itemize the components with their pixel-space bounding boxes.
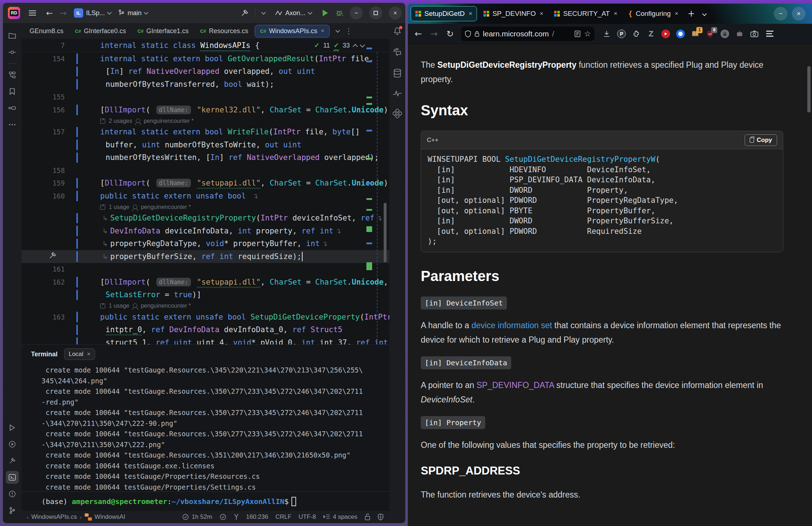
close-icon[interactable]: × [675, 10, 678, 17]
robot-extension-icon[interactable] [733, 27, 746, 40]
blue-ring-extension-icon[interactable] [674, 27, 687, 40]
sticky-line[interactable]: 7 internal static class WindowsAPIs { ✓1… [22, 39, 389, 52]
bookmark-star-icon[interactable]: ☆ [584, 30, 591, 38]
close-icon[interactable]: × [540, 10, 543, 17]
plugins-icon[interactable] [393, 109, 402, 118]
fork-icon[interactable] [234, 513, 239, 521]
inspection-widget[interactable]: ✓11 ✓33 [314, 41, 389, 49]
terminal-tool-icon[interactable] [6, 471, 19, 484]
run-button[interactable] [322, 9, 329, 17]
file-tab[interactable]: C#GInterface1.cs [133, 25, 194, 37]
run-config-widget[interactable]: Axon... [275, 9, 312, 17]
prev-chevron-icon[interactable] [353, 44, 358, 49]
doc-link[interactable]: device information set [472, 321, 552, 330]
doc-link[interactable]: SP_DEVINFO_DATA [477, 380, 554, 390]
z-extension-icon[interactable]: Z [644, 27, 657, 40]
code-line[interactable]: SetLastError = true)] [22, 289, 389, 302]
breadcrumb-symbol[interactable]: WindowsAI [95, 513, 125, 521]
check-circle-icon[interactable] [219, 513, 227, 521]
screenshot-camera-icon[interactable] [748, 27, 761, 40]
file-tab[interactable]: GEnum8.cs [24, 25, 68, 37]
reader-mode-icon[interactable] [575, 31, 580, 37]
minimize-button[interactable]: − [350, 6, 363, 19]
code-line[interactable]: 157internal static extern bool WriteFile… [22, 126, 389, 139]
video-extension-icon[interactable] [659, 27, 672, 40]
code-line[interactable]: 158 [22, 164, 389, 177]
commit-icon[interactable] [6, 46, 19, 59]
usages-label[interactable]: 1 usage [109, 303, 129, 309]
usages-label[interactable]: 1 usage [109, 204, 129, 210]
privacy-lock-icon[interactable] [718, 27, 731, 40]
line-ending[interactable]: CRLF [275, 513, 291, 521]
pull-request-icon[interactable] [6, 102, 19, 115]
code-line[interactable]: intptr_0, ref DevInfoData devInfoData_0,… [22, 324, 389, 336]
indent-setting[interactable]: 4 spaces [323, 513, 357, 521]
browser-tab[interactable]: SP_DEVINFO× [479, 6, 548, 21]
adblock-shield-icon[interactable]: UO6 [704, 27, 717, 40]
code-line[interactable]: ↳SetupDiGetDeviceRegistryProperty(IntPtr… [22, 212, 389, 225]
browser-tab[interactable]: {Configuring× [624, 6, 683, 21]
code-line[interactable]: 156[DllImport( dllName: "kernel32.dll", … [22, 103, 389, 116]
editor-scrollbar[interactable] [384, 203, 387, 262]
forward-icon[interactable]: → [60, 9, 66, 18]
code-line[interactable]: ↳propertyBufferSize, ref int requiredSiz… [22, 250, 389, 263]
ai-assistant-icon[interactable] [393, 48, 402, 56]
code-line[interactable]: 162[DllImport( dllName: "setupapi.dll", … [22, 276, 389, 289]
tracking-shield-icon[interactable] [465, 30, 471, 37]
code-line[interactable]: ↳propertyRegDataType, void* propertyBuff… [22, 237, 389, 250]
reload-icon[interactable]: ↻ [443, 29, 457, 39]
breadcrumb-file[interactable]: WindowsAPIs.cs [31, 513, 77, 521]
notifications-icon[interactable] [393, 27, 402, 35]
minimize-button[interactable]: − [774, 7, 788, 21]
usages-icon[interactable] [100, 119, 105, 124]
structure-icon[interactable] [6, 68, 19, 81]
project-view-icon[interactable] [6, 29, 19, 42]
database-icon[interactable] [393, 68, 402, 78]
maximize-button[interactable] [369, 6, 382, 19]
more-tool-windows-icon[interactable] [6, 118, 19, 131]
code-line[interactable]: numberOfBytesTransferred, bool wait); [22, 78, 389, 91]
close-icon[interactable]: × [469, 10, 472, 17]
file-encoding[interactable]: UTF-8 [299, 513, 316, 521]
copy-button[interactable]: Copy [745, 134, 777, 146]
code-line[interactable]: [In] ref NativeOverlapped overlapped, ou… [22, 65, 389, 78]
usages-label[interactable]: 2 usages [109, 118, 132, 124]
code-line[interactable]: ↳DevInfoData deviceInfoData, int propert… [22, 224, 389, 237]
file-tab[interactable]: C#GInterface0.cs [70, 25, 131, 37]
forward-icon[interactable]: → [427, 29, 441, 39]
new-tab-button[interactable]: + [684, 9, 699, 19]
time-tracker[interactable]: 1h 52m [182, 513, 212, 521]
branch-widget[interactable]: main [118, 9, 148, 17]
code-line[interactable]: buffer, uint numberOfBytesToWrite, out u… [22, 138, 389, 151]
file-tab[interactable]: C#WindowsAPIs.cs× [255, 25, 330, 37]
build-hammer-icon[interactable] [241, 9, 249, 17]
bookmarks-icon[interactable] [6, 85, 19, 98]
menu-icon[interactable] [763, 27, 776, 40]
tab-options-icon[interactable]: ⋮ [345, 27, 352, 35]
code-line[interactable]: 155 [22, 91, 389, 104]
close-button[interactable]: × [792, 7, 806, 21]
project-widget[interactable]: IL ILSp... [74, 8, 111, 18]
next-chevron-icon[interactable] [360, 43, 365, 48]
code-line[interactable]: 160public static extern unsafe bool ↴ [22, 190, 389, 202]
debug-button[interactable] [335, 9, 343, 17]
terminal-tab-local[interactable]: Local × [64, 348, 95, 360]
close-button[interactable]: × [389, 6, 402, 19]
back-icon[interactable]: ← [46, 9, 53, 18]
browser-tab[interactable]: SetupDiGetD× [411, 6, 477, 21]
code-line[interactable]: 163public static extern unsafe bool Setu… [22, 311, 389, 324]
main-menu-icon[interactable] [29, 10, 36, 15]
address-bar[interactable]: learn.microsoft.com/ ☆ [461, 27, 594, 41]
downloads-icon[interactable] [600, 27, 613, 40]
run-tool-icon[interactable] [6, 421, 19, 434]
back-icon[interactable]: ← [411, 29, 425, 39]
git-tool-icon[interactable] [6, 504, 19, 517]
code-line[interactable]: numberOfBytesWritten, [In] ref NativeOve… [22, 151, 389, 164]
quick-fix-hammer-icon[interactable] [49, 251, 57, 259]
caret-position[interactable]: 160:236 [246, 513, 268, 521]
close-icon[interactable]: × [614, 10, 617, 17]
code-editor[interactable]: 7 internal static class WindowsAPIs { ✓1… [22, 39, 389, 344]
content-scrollbar[interactable] [807, 66, 811, 112]
code-line[interactable]: 154internal static extern bool GetOverla… [22, 52, 389, 65]
code-line[interactable]: 159[DllImport( dllName: "setupapi.dll", … [22, 177, 389, 190]
